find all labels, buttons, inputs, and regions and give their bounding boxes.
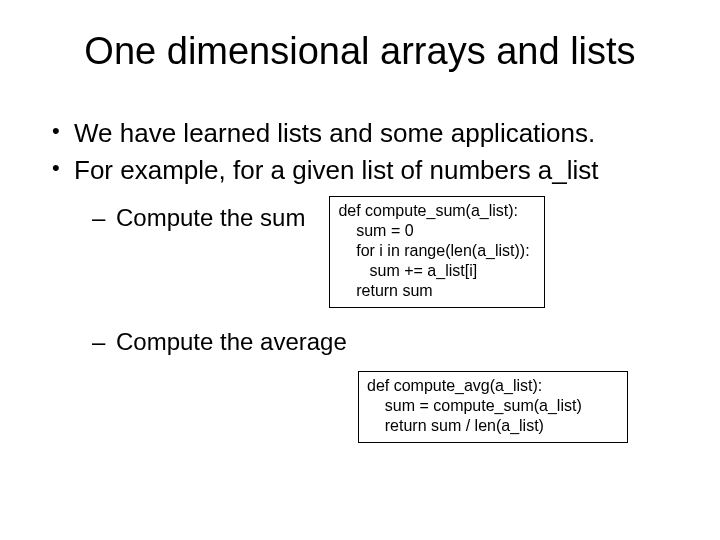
slide: One dimensional arrays and lists We have… [0, 0, 720, 540]
row-compute-sum: Compute the sum def compute_sum(a_list):… [48, 196, 672, 308]
bullet-item-1: We have learned lists and some applicati… [48, 117, 672, 150]
code-box-avg: def compute_avg(a_list): sum = compute_s… [358, 371, 628, 443]
sub-bullet-sum: Compute the sum [48, 202, 305, 233]
page-title: One dimensional arrays and lists [48, 30, 672, 73]
row-compute-avg: Compute the average def compute_avg(a_li… [48, 326, 672, 443]
sub-bullet-avg: Compute the average [48, 326, 672, 357]
bullet-item-2: For example, for a given list of numbers… [48, 154, 672, 187]
bullet-list: We have learned lists and some applicati… [48, 117, 672, 186]
code-box-sum: def compute_sum(a_list): sum = 0 for i i… [329, 196, 545, 308]
